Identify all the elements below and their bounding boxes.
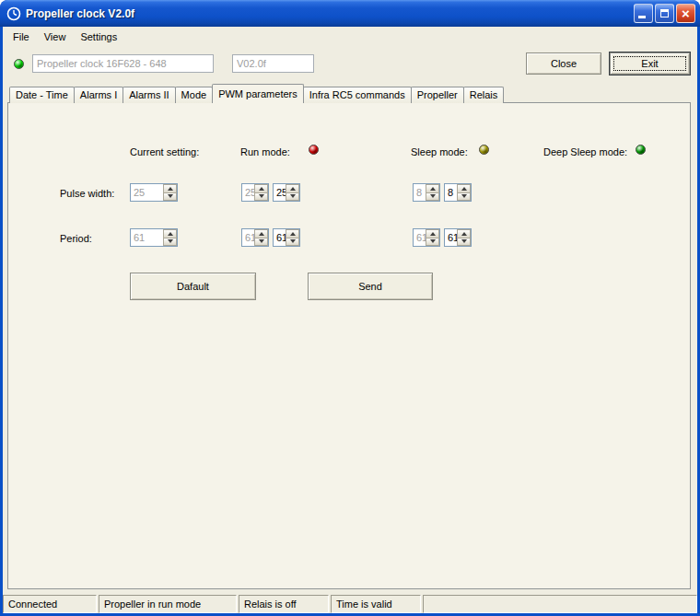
window-title: Propeller clock V2.0f [26,7,632,20]
arrow-up-icon [259,232,264,236]
arrow-down-icon [290,194,296,198]
period-current-spinner[interactable] [130,228,178,247]
spin-down-button[interactable] [163,238,177,247]
arrow-up-icon [290,232,296,236]
arrow-up-icon [430,187,436,191]
period-run-current-input[interactable] [242,229,254,246]
pulse-run-current-spinner[interactable] [241,183,269,202]
arrow-up-icon [430,232,436,236]
tab-strip: Date - Time Alarms I Alarms II Mode PWM … [9,84,504,103]
close-button[interactable]: Close [526,52,601,75]
spin-down-button[interactable] [286,238,299,247]
arrow-down-icon [430,194,436,198]
status-connection: Connected [3,595,97,613]
header-deep-sleep-mode: Deep Sleep mode: [543,146,627,157]
arrow-down-icon [461,194,467,198]
period-run-set-spinner[interactable] [273,228,300,247]
tab-mode[interactable]: Mode [175,87,214,103]
spin-up-button[interactable] [457,184,471,193]
pulse-sleep-set-input[interactable] [445,184,457,201]
send-button[interactable]: Send [308,273,433,300]
tab-alarms-2[interactable]: Alarms II [122,87,175,103]
pulse-sleep-set-spinner[interactable] [444,183,472,202]
pulse-sleep-current-input[interactable] [414,184,426,201]
close-icon: × [682,5,690,22]
period-sleep-current-input[interactable] [414,229,426,246]
pwm-parameters-panel: Current setting: Run mode: Sleep mode: D… [7,102,691,589]
pulse-run-set-spinner[interactable] [273,183,300,202]
spin-down-button[interactable] [426,238,439,247]
spin-down-button[interactable] [426,193,439,202]
period-run-current-spinner[interactable] [241,228,269,247]
pulse-run-set-input[interactable] [274,184,286,201]
arrow-down-icon [430,239,436,243]
arrow-down-icon [168,239,173,243]
arrow-up-icon [168,187,173,191]
period-sleep-set-spinner[interactable] [444,228,472,247]
pulse-sleep-current-spinner[interactable] [413,183,440,202]
tab-alarms-1[interactable]: Alarms I [74,87,123,103]
spin-up-button[interactable] [286,184,299,193]
tab-pwm-parameters[interactable]: PWM parameters [212,84,304,103]
menu-file[interactable]: File [6,29,37,45]
run-mode-led [309,145,319,155]
arrow-up-icon [461,232,467,236]
spin-down-button[interactable] [254,193,268,202]
spin-down-button[interactable] [457,238,471,247]
header-run-mode: Run mode: [240,146,290,157]
status-bar: Connected Propeller in run mode Relais i… [3,593,697,613]
spin-up-button[interactable] [286,229,299,238]
pulse-width-label: Pulse width: [60,188,114,199]
header-sleep-mode: Sleep mode: [411,146,468,157]
minimize-button[interactable] [634,4,653,23]
spin-up-button[interactable] [457,229,471,238]
menu-bar: File View Settings [3,27,697,47]
maximize-button[interactable] [655,4,674,23]
clock-icon [6,6,21,21]
title-bar: Propeller clock V2.0f × [0,0,700,27]
exit-button[interactable]: Exit [610,52,690,75]
spin-up-button[interactable] [254,184,268,193]
period-run-set-input[interactable] [274,229,286,246]
spin-up-button[interactable] [426,229,439,238]
period-current-input[interactable] [131,229,163,246]
version-field[interactable] [232,54,314,73]
arrow-up-icon [461,187,467,191]
spin-down-button[interactable] [254,238,268,247]
arrow-up-icon [290,187,296,191]
status-time: Time is valid [331,595,421,613]
tab-relais[interactable]: Relais [463,87,505,103]
spin-up-button[interactable] [163,229,177,238]
arrow-down-icon [259,239,264,243]
spin-down-button[interactable] [457,193,471,202]
arrow-up-icon [168,232,173,236]
tab-infra-rc5[interactable]: Infra RC5 commands [303,87,412,103]
pulse-current-spinner[interactable] [130,183,178,202]
status-filler [423,595,697,613]
arrow-down-icon [259,194,264,198]
menu-view[interactable]: View [37,29,74,45]
pulse-current-input[interactable] [131,184,163,201]
menu-settings[interactable]: Settings [73,29,124,45]
status-relais: Relais is off [239,595,329,613]
window-close-button[interactable]: × [676,4,695,23]
spin-up-button[interactable] [254,229,268,238]
tab-propeller[interactable]: Propeller [411,87,464,103]
arrow-down-icon [290,239,296,243]
default-button[interactable]: Dafault [130,273,256,300]
spin-down-button[interactable] [286,193,299,202]
spin-up-button[interactable] [163,184,177,193]
app-window: Propeller clock V2.0f × File View Settin… [0,0,700,616]
arrow-up-icon [259,187,264,191]
window-body: File View Settings Close Exit Date - Tim… [3,27,697,613]
tab-date-time[interactable]: Date - Time [9,87,75,103]
spin-up-button[interactable] [426,184,439,193]
period-sleep-current-spinner[interactable] [413,228,440,247]
sleep-mode-led [479,145,489,155]
minimize-icon [638,16,646,18]
period-sleep-set-input[interactable] [445,229,457,246]
pulse-run-current-input[interactable] [242,184,254,201]
status-propeller-mode: Propeller in run mode [99,595,237,613]
device-field[interactable] [32,54,214,73]
spin-down-button[interactable] [163,193,177,202]
